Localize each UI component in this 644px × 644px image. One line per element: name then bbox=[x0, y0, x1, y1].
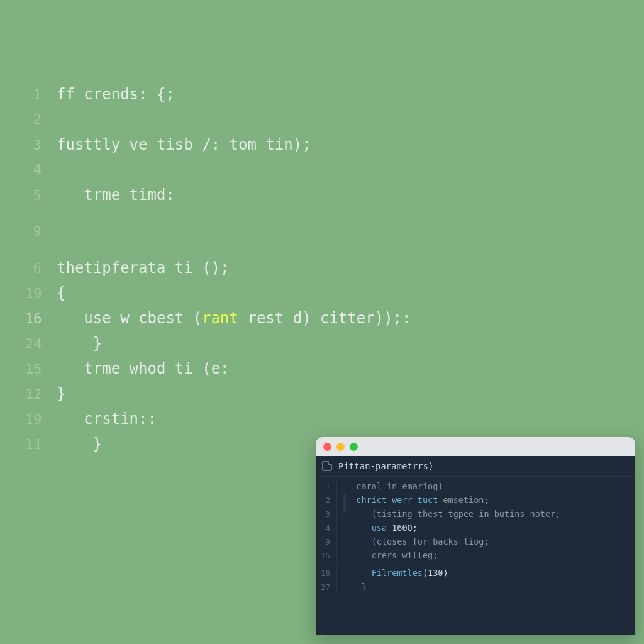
code-text: use w cbest (rant rest d) citter));: bbox=[57, 306, 411, 331]
code-line: 1 caral in emariog) bbox=[316, 479, 635, 493]
line-number: 15 bbox=[316, 549, 337, 563]
line-number: 19 bbox=[25, 281, 57, 306]
line-number: 15 bbox=[25, 357, 57, 382]
code-line: 2 chrict werr tuct emsetion; bbox=[316, 493, 635, 507]
code-line: 9 bbox=[25, 219, 619, 244]
code-text: trme timd: bbox=[57, 182, 175, 208]
code-line: 9 (closes for backs liog; bbox=[316, 535, 635, 548]
line-number: 24 bbox=[25, 331, 57, 357]
code-line: 4 usa 160Q; bbox=[316, 521, 635, 535]
window-body: Pittan-parametrrs) 1 caral in emariog)2 … bbox=[316, 456, 635, 635]
code-line: 16 use w cbest (rant rest d) citter));: bbox=[25, 306, 619, 331]
code-text: } bbox=[57, 431, 102, 457]
line-number: 6 bbox=[25, 256, 57, 281]
file-icon bbox=[322, 461, 332, 471]
code-text: trme whod ti (e: bbox=[57, 356, 230, 381]
code-line: 12} bbox=[25, 381, 619, 406]
code-line: 19 crstin:: bbox=[25, 406, 619, 431]
line-number: 2 bbox=[25, 107, 57, 132]
code-line: 1ff crends: {; bbox=[25, 82, 619, 107]
code-text: } bbox=[57, 381, 65, 406]
window-close-icon[interactable] bbox=[323, 443, 331, 451]
code-line: 15 crers willeg; bbox=[316, 548, 635, 562]
line-number: 4 bbox=[316, 521, 337, 535]
line-number: 12 bbox=[25, 382, 57, 407]
code-line: 15 trme whod ti (e: bbox=[25, 356, 619, 381]
line-number: 4 bbox=[25, 157, 57, 182]
line-number: 19 bbox=[25, 407, 57, 432]
code-line: 4 bbox=[25, 157, 619, 182]
window-titlebar[interactable] bbox=[316, 437, 635, 456]
code-line: 5 trme timd: bbox=[25, 182, 619, 208]
line-number: 27 bbox=[316, 580, 337, 594]
code-text: usa 160Q; bbox=[337, 521, 418, 535]
code-text: crstin:: bbox=[57, 406, 157, 431]
line-number: 11 bbox=[25, 432, 57, 457]
line-number: 9 bbox=[316, 535, 337, 549]
code-line: 3fusttly ve tisb /: tom tin); bbox=[25, 132, 619, 157]
code-line: 2 bbox=[25, 107, 619, 132]
code-text: thetipferata ti (); bbox=[57, 255, 230, 280]
line-number: 18 bbox=[316, 567, 337, 580]
code-text: ff crends: {; bbox=[57, 82, 175, 107]
line-number: 9 bbox=[25, 219, 57, 244]
line-number: 1 bbox=[25, 82, 57, 108]
code-line: 24 } bbox=[25, 331, 619, 356]
window-title: Pittan-parametrrs) bbox=[338, 461, 434, 471]
code-line: 6thetipferata ti (); bbox=[25, 255, 619, 280]
code-text: (tisting thest tgpee in butins noter; bbox=[337, 507, 560, 521]
code-text: caral in emariog) bbox=[337, 479, 443, 493]
code-text: { bbox=[57, 280, 65, 306]
line-number: 1 bbox=[316, 480, 337, 494]
code-text: crers willeg; bbox=[337, 548, 438, 562]
code-line: 19{ bbox=[25, 280, 619, 306]
line-number: 3 bbox=[316, 508, 337, 521]
code-text: Filremtles(130) bbox=[337, 566, 448, 580]
scroll-indicator bbox=[343, 494, 346, 513]
code-text: fusttly ve tisb /: tom tin); bbox=[57, 132, 311, 157]
code-window: Pittan-parametrrs) 1 caral in emariog)2 … bbox=[316, 437, 635, 635]
code-text: chrict werr tuct emsetion; bbox=[337, 493, 489, 507]
background-code-editor: 1ff crends: {;23fusttly ve tisb /: tom t… bbox=[25, 82, 619, 457]
line-number: 5 bbox=[25, 183, 57, 208]
window-maximize-icon[interactable] bbox=[350, 443, 358, 451]
window-header: Pittan-parametrrs) bbox=[316, 456, 635, 477]
line-number: 2 bbox=[316, 494, 337, 508]
code-text: } bbox=[337, 580, 367, 594]
code-text: (closes for backs liog; bbox=[337, 535, 489, 548]
line-number: 3 bbox=[25, 133, 57, 158]
line-number: 16 bbox=[25, 306, 57, 331]
code-text: } bbox=[57, 331, 102, 356]
window-code-area[interactable]: 1 caral in emariog)2 chrict werr tuct em… bbox=[316, 477, 635, 635]
code-line: 27 } bbox=[316, 580, 635, 594]
code-line: 3 (tisting thest tgpee in butins noter; bbox=[316, 507, 635, 521]
code-line: 18 Filremtles(130) bbox=[316, 566, 635, 580]
window-minimize-icon[interactable] bbox=[336, 443, 345, 451]
